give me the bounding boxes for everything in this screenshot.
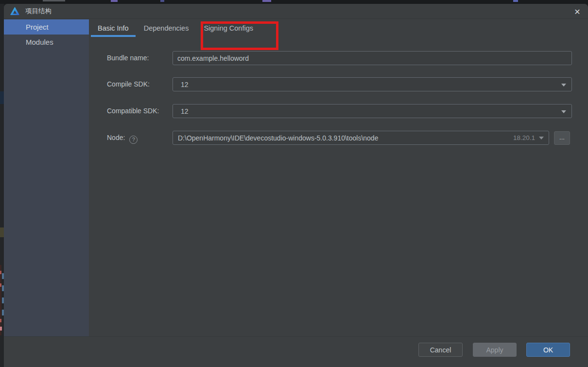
bundle-name-row: Bundle name: xyxy=(4,51,588,65)
background-artifact xyxy=(0,227,4,237)
compatible-sdk-label: Compatible SDK: xyxy=(107,104,159,118)
sidebar-item-modules[interactable]: Modules xyxy=(4,35,89,50)
tab-dependencies[interactable]: Dependencies xyxy=(137,19,196,37)
compile-sdk-select[interactable]: 12 xyxy=(173,77,572,91)
compatible-sdk-value: 12 xyxy=(181,107,189,115)
node-path-input[interactable]: D:\OpenHarmony\IDE\devecostudio-windows-… xyxy=(173,131,549,145)
background-artifact xyxy=(0,327,2,331)
chevron-down-icon[interactable] xyxy=(539,137,544,140)
background-artifact xyxy=(262,0,271,2)
help-icon[interactable]: ? xyxy=(129,136,138,144)
tab-signing-configs[interactable]: Signing Configs xyxy=(197,19,260,37)
ok-button[interactable]: OK xyxy=(526,343,570,357)
chevron-down-icon[interactable] xyxy=(561,110,566,113)
cancel-button[interactable]: Cancel xyxy=(418,343,463,357)
background-artifact xyxy=(0,91,4,104)
background-artifact xyxy=(0,271,1,274)
background-ide-top-strip xyxy=(0,0,588,4)
sidebar-item-project[interactable]: Project xyxy=(4,19,89,35)
background-artifact xyxy=(513,0,518,2)
dialog-footer: Cancel Apply OK xyxy=(4,336,588,367)
compatible-sdk-select[interactable]: 12 xyxy=(173,104,572,118)
compile-sdk-value: 12 xyxy=(181,81,189,88)
apply-button[interactable]: Apply xyxy=(473,343,517,357)
bundle-name-input[interactable] xyxy=(173,51,572,65)
node-label-text: Node: xyxy=(107,134,125,141)
background-artifact xyxy=(43,0,65,1)
background-artifact xyxy=(0,283,1,287)
compile-sdk-label: Compile SDK: xyxy=(107,77,150,91)
compile-sdk-row: Compile SDK: 12 xyxy=(4,77,588,91)
close-icon[interactable]: ✕ xyxy=(571,6,583,17)
background-artifact xyxy=(160,0,164,2)
tab-bar: Basic Info Dependencies Signing Configs xyxy=(89,19,588,37)
background-artifact xyxy=(0,265,1,335)
background-ide-left-strip xyxy=(0,4,4,367)
node-version: 18.20.1 xyxy=(513,134,535,141)
background-artifact xyxy=(0,319,1,322)
node-label: Node:? xyxy=(107,131,138,145)
browse-button[interactable]: ... xyxy=(554,131,570,145)
node-path-value: D:\OpenHarmony\IDE\devecostudio-windows-… xyxy=(178,134,513,142)
node-row: Node:? D:\OpenHarmony\IDE\devecostudio-w… xyxy=(4,131,588,145)
dialog-title: 项目结构 xyxy=(25,7,52,16)
sidebar: Project Modules xyxy=(4,19,89,336)
bundle-name-label: Bundle name: xyxy=(107,51,149,65)
tab-basic-info[interactable]: Basic Info xyxy=(91,19,136,37)
dialog-title-bar: 项目结构 ✕ xyxy=(4,4,588,19)
background-artifact xyxy=(111,0,118,2)
project-structure-dialog: 项目结构 ✕ Project Modules Basic Info Depend… xyxy=(4,4,588,367)
compatible-sdk-row: Compatible SDK: 12 xyxy=(4,104,588,118)
chevron-down-icon[interactable] xyxy=(561,84,566,87)
devecostudio-logo-icon xyxy=(10,7,19,16)
